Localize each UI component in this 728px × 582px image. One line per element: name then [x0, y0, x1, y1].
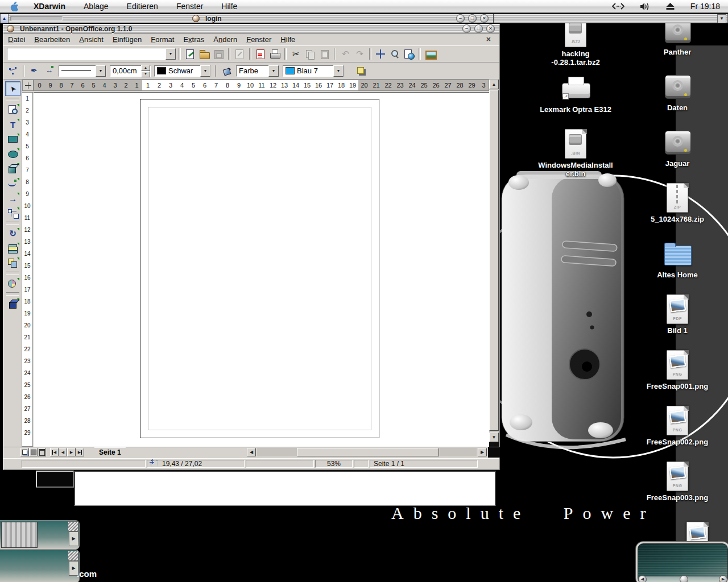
select-tool-icon[interactable]	[5, 81, 20, 96]
desktop-icon-jaguar[interactable]: ↗ Jaguar	[643, 127, 712, 182]
background-frame-window[interactable]	[36, 471, 74, 488]
minimize-button[interactable]: −	[456, 14, 465, 23]
openoffice-titlebar[interactable]: Unbenannt1 - OpenOffice.org 1.1.0 − □ ×	[3, 24, 499, 34]
rotate-tool-icon[interactable]	[6, 227, 20, 240]
zoom-tool-icon[interactable]	[6, 103, 20, 117]
edit-file-icon[interactable]	[233, 48, 246, 61]
load-url-combobox[interactable]: ▼	[7, 48, 176, 60]
copy-icon[interactable]	[304, 48, 317, 61]
background-white-window[interactable]	[74, 471, 496, 506]
window-menu-orb-icon[interactable]	[192, 15, 200, 22]
text-tool-icon[interactable]	[6, 118, 20, 131]
curve-tool-icon[interactable]	[6, 177, 20, 190]
strip-collapse-icon[interactable]: ▼	[717, 14, 726, 23]
sep[interactable]	[369, 48, 371, 60]
status-page-cell[interactable]: Seite 1 / 1	[370, 460, 478, 468]
fill-color-select[interactable]: Blau 7 ▼	[283, 65, 344, 77]
menu-item[interactable]: Fenster	[242, 34, 276, 45]
menu-item[interactable]: Ändern	[209, 34, 242, 45]
volume-icon[interactable]	[640, 3, 650, 10]
eject-icon[interactable]	[666, 3, 675, 10]
scroll-up-icon[interactable]: ▲	[489, 80, 499, 89]
scroll-right-icon[interactable]: ▶	[69, 531, 78, 546]
desktop-icon-daten[interactable]: ↗ Daten	[643, 71, 712, 127]
shade-up-arrow-icon[interactable]: ▲	[1, 14, 9, 23]
sep[interactable]	[249, 48, 251, 60]
close-button[interactable]: ×	[480, 14, 489, 23]
new-doc-icon[interactable]	[184, 48, 197, 61]
desktop-icon-freesnap001[interactable]: PNG↗ FreeSnap001.png	[643, 350, 712, 405]
arrow-ends-icon[interactable]	[43, 65, 56, 77]
drawing-canvas[interactable]	[34, 92, 489, 447]
fill-can-icon[interactable]	[221, 65, 233, 77]
page-view-icon[interactable]	[20, 448, 29, 456]
desktop-icon-hacking[interactable]: .BZ2↗ hacking -0.28.1.tar.bz2	[541, 17, 610, 73]
sep[interactable]	[228, 48, 230, 60]
dropdown-arrow-icon[interactable]: ▼	[96, 65, 106, 77]
scroll-left-icon[interactable]: ◀	[247, 448, 256, 456]
first-page-icon[interactable]	[50, 448, 59, 456]
apple-logo-icon[interactable]	[10, 2, 19, 11]
vertical-scrollbar-thumb[interactable]	[489, 90, 499, 431]
login-window-titlebar[interactable]: ▲ login − □ ×	[0, 14, 494, 23]
line-color-select[interactable]: Schwar ▼	[154, 65, 211, 77]
redo-icon[interactable]	[353, 48, 366, 61]
scroll-right-icon[interactable]: ▶	[719, 575, 727, 582]
line-style-select[interactable]: ▼	[59, 65, 106, 77]
maximize-button[interactable]: □	[468, 14, 477, 23]
sep[interactable]	[6, 272, 19, 275]
resize-grip-icon[interactable]	[68, 551, 78, 561]
sep[interactable]	[6, 292, 19, 296]
zoom-icon[interactable]	[388, 48, 402, 61]
line-tool-icon[interactable]	[6, 192, 20, 205]
arrange-tool-icon[interactable]	[6, 256, 20, 270]
sep[interactable]	[6, 98, 19, 101]
object3d-tool-icon[interactable]	[6, 162, 20, 176]
desktop-icon-freesnap002[interactable]: PNG↗ FreeSnap002.png	[643, 405, 712, 461]
resize-grip-icon[interactable]	[68, 521, 78, 531]
desktop-icon-windowsmedia[interactable]: .BIN↗ WindowsMediaInstall er.bin	[541, 128, 610, 184]
maximize-button[interactable]: □	[474, 24, 483, 33]
vertical-scrollbar[interactable]: ▲ ▼	[489, 80, 499, 447]
dropdown-arrow-icon[interactable]: ▼	[333, 65, 344, 77]
menu-item[interactable]: Format	[146, 34, 179, 45]
print-icon[interactable]	[268, 48, 282, 61]
menu-item[interactable]: Ansicht	[75, 34, 108, 45]
desktop-icon-freesnap003[interactable]: PNG↗ FreeSnap003.png	[643, 461, 712, 517]
desktop-icon-zip[interactable]: ZIP↗ 5_1024x768.zip	[643, 182, 712, 238]
scroll-right-icon[interactable]: ▶	[478, 448, 487, 456]
status-position-cell[interactable]: 19,43 / 27,02	[147, 460, 245, 468]
dropdown-arrow-icon[interactable]: ▼	[166, 48, 176, 60]
spin-down-icon[interactable]: ▼	[141, 71, 150, 77]
ruler-origin-box[interactable]	[22, 80, 34, 91]
export-pdf-icon[interactable]	[254, 48, 267, 61]
controller3d-tool-icon[interactable]	[6, 297, 20, 311]
master-view-icon[interactable]	[29, 448, 38, 456]
effects-tool-icon[interactable]	[6, 277, 20, 290]
document-close-icon[interactable]: ×	[486, 35, 491, 44]
align-tool-icon[interactable]	[6, 242, 20, 255]
desktop-icon-bild1[interactable]: PDF↗ Bild 1	[643, 294, 712, 350]
scroll-left-icon[interactable]: ◀	[638, 575, 647, 582]
navigator-icon[interactable]	[374, 48, 387, 61]
menubar-item-fenster[interactable]: Fenster	[176, 2, 203, 11]
teal-scrollbar-thumb[interactable]	[680, 575, 688, 582]
undo-icon[interactable]	[339, 48, 352, 61]
sep[interactable]	[284, 48, 287, 60]
menu-item[interactable]: Einfügen	[108, 34, 146, 45]
cut-icon[interactable]	[289, 48, 303, 61]
menu-item[interactable]: Hilfe	[276, 34, 300, 45]
minimize-button[interactable]: −	[462, 24, 471, 33]
save-icon[interactable]	[212, 48, 225, 61]
sep[interactable]	[419, 48, 421, 60]
prev-page-icon[interactable]	[59, 448, 67, 456]
gallery-icon[interactable]	[424, 48, 437, 61]
menu-item[interactable]: Datei	[3, 34, 30, 45]
spin-up-icon[interactable]: ▲	[141, 65, 150, 71]
layer-view-icon[interactable]	[38, 448, 46, 456]
shadow-icon[interactable]	[355, 65, 367, 77]
menu-item[interactable]: Bearbeiten	[30, 34, 75, 45]
horizontal-scrollbar[interactable]	[257, 448, 477, 456]
teal-metal-window[interactable]: ◀ ▶	[636, 542, 728, 582]
close-button[interactable]: ×	[486, 24, 495, 33]
